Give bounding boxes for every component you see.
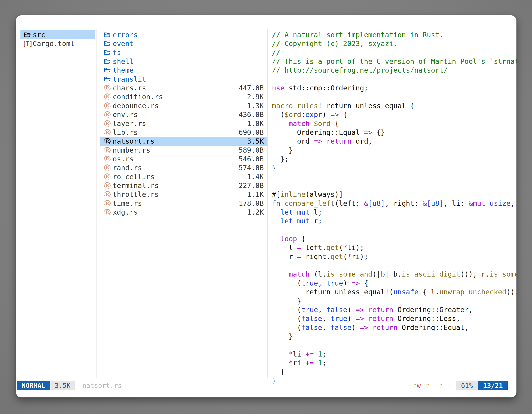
- folder-row[interactable]: fs: [100, 48, 267, 57]
- rust-file-icon: R: [103, 182, 111, 190]
- file-name: layer.rs: [113, 119, 146, 128]
- svg-text:R: R: [106, 174, 109, 179]
- file-row[interactable]: Ros.rs546.0B: [100, 154, 267, 164]
- code-line: l = left.get(*li);: [272, 243, 364, 252]
- code-line: }: [272, 296, 301, 305]
- rust-file-icon: R: [103, 102, 111, 110]
- code-line: };: [272, 154, 289, 164]
- file-row[interactable]: Rxdg.rs1.2K: [100, 208, 267, 217]
- file-name: ro_cell.rs: [113, 173, 155, 181]
- svg-text:R: R: [106, 183, 109, 188]
- file-name: time.rs: [113, 199, 142, 207]
- pane-separator-right: [267, 29, 268, 378]
- rust-file-icon: R: [103, 128, 111, 136]
- rust-file-icon: R: [103, 119, 111, 128]
- file-row[interactable]: Rdebounce.rs1.3K: [100, 101, 267, 110]
- svg-text:R: R: [106, 192, 109, 197]
- folder-row[interactable]: shell: [100, 57, 267, 66]
- file-name: errors: [113, 31, 138, 39]
- file-size: 436.0B: [239, 110, 264, 119]
- file-size: 546.0B: [239, 155, 264, 163]
- status-bar-right: -rw-r--r-- 61% 13/21: [408, 381, 508, 390]
- file-name: terminal.rs: [113, 182, 159, 190]
- file-name: chars.rs: [113, 84, 146, 92]
- file-name: os.rs: [113, 155, 133, 163]
- preview-pane-code: // A natural sort implementation in Rust…: [272, 29, 516, 389]
- rust-file-icon: R: [103, 84, 111, 92]
- file-name: debounce.rs: [113, 102, 159, 110]
- rust-file-icon: R: [103, 110, 111, 119]
- file-row[interactable]: Rrand.rs574.0B: [100, 163, 267, 172]
- rust-file-icon: R: [103, 208, 111, 216]
- code-line: r = right.get(*ri);: [272, 252, 368, 261]
- code-line: (false, false) => return Ordering::Equal…: [272, 323, 469, 332]
- file-row[interactable]: Rtime.rs178.0B: [100, 199, 267, 208]
- code-line: let mut r;: [272, 216, 322, 225]
- file-name: event: [113, 39, 133, 48]
- open-folder-icon: [103, 39, 111, 48]
- svg-text:R: R: [106, 130, 109, 135]
- code-line: *ri += 1;: [272, 358, 326, 367]
- code-line: }: [272, 163, 276, 172]
- svg-text:R: R: [106, 139, 109, 144]
- file-name: env.rs: [113, 110, 138, 119]
- rust-file-icon: R: [103, 199, 111, 207]
- code-line: fn compare_left(left: &[u8], right: &[u8…: [272, 199, 515, 208]
- code-line: Ordering::Equal => {}: [272, 128, 385, 137]
- file-name: condition.rs: [113, 93, 163, 101]
- file-name: lib.rs: [113, 128, 138, 136]
- file-size: 447.0B: [239, 84, 264, 92]
- svg-text:R: R: [106, 201, 109, 206]
- file-permissions: -rw-r--r--: [408, 382, 452, 389]
- code-line: (true, true) => {: [272, 279, 368, 288]
- file-row[interactable]: Rnatsort.rs3.5K: [100, 137, 267, 146]
- svg-text:R: R: [106, 156, 109, 161]
- code-line: match (l.is_some_and(|b| b.is_ascii_digi…: [272, 270, 516, 279]
- rust-file-icon: R: [103, 93, 111, 101]
- file-name: throttle.rs: [113, 190, 159, 198]
- file-size: 1.1K: [247, 190, 264, 198]
- status-filename: natsort.rs: [82, 382, 122, 389]
- file-row[interactable]: Rchars.rs447.0B: [100, 83, 267, 92]
- code-line: // http://sourcefrog.net/projects/natsor…: [272, 66, 448, 75]
- code-line: ($ord:expr) => {: [272, 110, 347, 119]
- file-name: number.rs: [113, 146, 150, 154]
- file-size: 2.9K: [247, 93, 264, 101]
- file-name: src: [33, 31, 45, 39]
- file-row[interactable]: Renv.rs436.0B: [100, 110, 267, 119]
- toml-file-icon: [T]: [23, 39, 31, 48]
- file-row[interactable]: Rcondition.rs2.9K: [100, 92, 267, 101]
- file-row[interactable]: Rthrottle.rs1.1K: [100, 190, 267, 199]
- code-line: //: [272, 48, 280, 57]
- svg-text:R: R: [106, 147, 109, 152]
- file-size: 1.0K: [247, 119, 264, 128]
- rust-file-icon: R: [103, 164, 111, 172]
- folder-row[interactable]: theme: [100, 66, 267, 75]
- folder-row[interactable]: src: [20, 30, 95, 39]
- open-folder-icon: [103, 31, 111, 39]
- file-row[interactable]: Rro_cell.rs1.4K: [100, 172, 267, 181]
- cursor-position-chip: 13/21: [478, 381, 508, 390]
- file-row[interactable]: [T]Cargo.toml: [20, 39, 95, 48]
- file-name: natsort.rs: [113, 137, 155, 145]
- file-row[interactable]: Rnumber.rs589.0B: [100, 146, 267, 155]
- file-row[interactable]: Rlib.rs690.0B: [100, 128, 267, 137]
- code-line: }: [272, 332, 293, 341]
- code-line: macro_rules! return_unless_equal {: [272, 101, 414, 110]
- folder-row[interactable]: errors: [100, 30, 267, 39]
- svg-text:R: R: [106, 210, 109, 215]
- file-row[interactable]: Rterminal.rs227.0B: [100, 181, 267, 190]
- svg-text:R: R: [106, 121, 109, 126]
- svg-text:R: R: [106, 112, 109, 117]
- status-bar-left: NORMAL 3.5K natsort.rs: [17, 381, 122, 390]
- svg-text:R: R: [106, 103, 109, 108]
- folder-row[interactable]: translit: [100, 75, 267, 84]
- open-folder-icon: [103, 48, 111, 57]
- file-size: 3.5K: [247, 137, 264, 145]
- svg-text:R: R: [106, 165, 109, 170]
- file-name: shell: [113, 57, 133, 66]
- code-line: (false, true) => return Ordering::Less,: [272, 314, 460, 323]
- code-line: // Copyright (c) 2023, sxyazi.: [272, 39, 398, 48]
- folder-row[interactable]: event: [100, 39, 267, 48]
- file-row[interactable]: Rlayer.rs1.0K: [100, 119, 267, 128]
